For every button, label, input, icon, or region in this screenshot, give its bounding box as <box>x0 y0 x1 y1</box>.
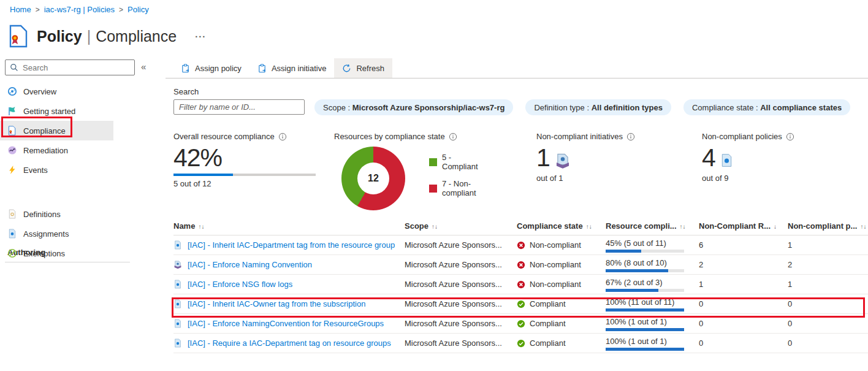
policy-icon <box>173 240 182 250</box>
sidebar-item-exemptions[interactable]: Exemptions <box>0 243 113 263</box>
sidebar-search-input[interactable] <box>23 63 130 72</box>
filter-pill-definition-type[interactable]: Definition type : All definition types <box>525 99 671 115</box>
filter-pill-scope[interactable]: Scope : Microsoft Azure Sponsorship/iac-… <box>314 99 513 115</box>
resource-compliance-cell: 45% (5 out of 11) <box>606 237 699 253</box>
resource-compliance-cell: 100% (11 out of 11) <box>606 296 699 312</box>
assign-initiative-button[interactable]: Assign initiative <box>249 58 335 78</box>
pill-value: All definition types <box>592 103 663 112</box>
sidebar-item-label: Remediation <box>23 146 68 155</box>
remediation-icon <box>7 145 17 155</box>
breadcrumb-link[interactable]: Policy <box>128 5 149 14</box>
table-row[interactable]: [IAC] - Inherit IAC-Owner tag from the s… <box>173 294 868 314</box>
resource-compliance-bar <box>606 308 684 312</box>
legend-swatch <box>429 158 437 166</box>
table-row[interactable]: [IAC] - Inherit IAC-Department tag from … <box>173 235 868 255</box>
noncompliant-resources-cell: 0 <box>699 299 788 308</box>
noncompliant-resources-cell: 0 <box>699 319 788 328</box>
compliant-icon <box>517 339 525 348</box>
stat-overall-compliance: Overall resource compliance 42% 5 out of… <box>173 132 316 188</box>
policy-name-link[interactable]: [IAC] - Enforce NamingConvention for Res… <box>188 319 384 328</box>
breadcrumb-link[interactable]: Home <box>10 5 31 14</box>
exemptions-icon <box>7 248 17 258</box>
definitions-icon <box>7 209 17 219</box>
name-cell: [IAC] - Enforce NamingConvention for Res… <box>173 319 405 328</box>
sidebar-item-events[interactable]: Events <box>0 160 113 180</box>
resource-compliance-label: 100% (1 out of 1) <box>606 337 667 346</box>
sidebar-item-remediation[interactable]: Remediation <box>0 140 113 160</box>
info-icon[interactable] <box>786 132 794 141</box>
filter-search-input[interactable] <box>173 99 305 115</box>
noncompliant-policies-value: 4 <box>702 145 715 170</box>
table-row[interactable]: [IAC] - Enforce NSG flow logsMicrosoft A… <box>173 275 868 294</box>
sidebar-item-overview[interactable]: Overview <box>0 82 113 101</box>
info-icon[interactable] <box>626 132 635 141</box>
column-label: Resource compli... <box>606 221 677 231</box>
info-icon[interactable] <box>278 132 287 141</box>
filter-pill-compliance-state[interactable]: Compliance state : All compliance states <box>683 99 850 115</box>
column-header-non-compliant-r-[interactable]: Non-Compliant R...↓ <box>699 221 788 231</box>
clipboard-icon <box>181 64 190 73</box>
sidebar-item-compliance[interactable]: Compliance <box>0 121 113 140</box>
filter-search-label: Search <box>173 87 199 96</box>
sort-icon: ↑↓ <box>586 223 592 230</box>
policy-icon <box>173 299 182 308</box>
resource-compliance-bar <box>606 328 684 331</box>
overview-icon <box>7 86 17 96</box>
compliance-state-cell: Compliant <box>517 299 606 308</box>
stat-noncompliant-policies: Non-compliant policies 4 out of 9 <box>702 132 794 183</box>
sidebar-collapse-icon[interactable]: « <box>141 61 146 72</box>
column-header-resource-compli-[interactable]: Resource compli...↑↓ <box>606 221 699 231</box>
info-icon[interactable] <box>449 132 457 141</box>
table-row[interactable]: [IAC] - Enforce Naming ConventionMicroso… <box>173 255 868 275</box>
overall-compliance-value: 42% <box>173 145 316 170</box>
breadcrumb-link[interactable]: iac-ws7-rg | Policies <box>44 5 115 14</box>
column-header-scope[interactable]: Scope↑↓ <box>405 221 517 231</box>
sidebar-item-label: Compliance <box>23 126 66 136</box>
policy-icon <box>173 280 182 289</box>
assignments-icon <box>7 229 17 239</box>
assign-policy-button[interactable]: Assign policy <box>173 58 249 78</box>
sidebar-item-assignments[interactable]: Assignments <box>0 224 113 243</box>
policy-name-link[interactable]: [IAC] - Inherit IAC-Owner tag from the s… <box>188 299 365 308</box>
noncompliant-resources-cell: 2 <box>699 260 788 269</box>
refresh-icon <box>342 64 351 73</box>
events-icon <box>7 165 17 175</box>
sidebar-item-getting-started[interactable]: Getting started <box>0 101 113 121</box>
table-row[interactable]: [IAC] - Enforce NamingConvention for Res… <box>173 314 868 334</box>
compliance-state-cell: Non-compliant <box>517 260 606 269</box>
noncompliant-policies-sub: out of 9 <box>702 174 794 183</box>
pill-label: Compliance state : <box>692 103 760 112</box>
table-row[interactable]: [IAC] - Require a IAC-Department tag on … <box>173 334 868 353</box>
breadcrumb: Home>iac-ws7-rg | Policies>Policy <box>10 5 149 14</box>
resource-compliance-cell: 67% (2 out of 3) <box>606 277 699 292</box>
sort-icon: ↑↓ <box>680 223 686 230</box>
policy-name-link[interactable]: [IAC] - Inherit IAC-Department tag from … <box>188 240 395 250</box>
name-cell: [IAC] - Inherit IAC-Owner tag from the s… <box>173 299 405 308</box>
policy-name-link[interactable]: [IAC] - Enforce Naming Convention <box>188 260 312 269</box>
policy-name-link[interactable]: [IAC] - Enforce NSG flow logs <box>188 280 292 289</box>
noncompliant-policies-cell: 2 <box>788 260 868 269</box>
stat-resources-by-state: Resources by compliance state 12 5 - Com… <box>334 132 457 210</box>
compliance-state-cell: Compliant <box>517 338 606 348</box>
more-menu-icon[interactable]: ··· <box>195 31 206 42</box>
sidebar-search[interactable] <box>5 59 135 75</box>
state-label: Compliant <box>530 299 566 308</box>
sort-icon: ↑↓ <box>432 223 438 230</box>
pill-value: Microsoft Azure Sponsorship/iac-ws7-rg <box>352 103 505 112</box>
column-header-non-compliant-p-[interactable]: Non-compliant p...↑↓ <box>788 221 868 231</box>
sidebar-item-label: Events <box>23 166 48 175</box>
refresh-button[interactable]: Refresh <box>334 58 392 78</box>
column-label: Compliance state <box>517 221 583 231</box>
noncompliant-resources-cell: 6 <box>699 240 788 250</box>
state-label: Non-compliant <box>530 240 581 250</box>
column-header-compliance-state[interactable]: Compliance state↑↓ <box>517 221 606 231</box>
resource-compliance-label: 67% (2 out of 3) <box>606 278 663 287</box>
pill-label: Definition type : <box>534 103 591 112</box>
donut-legend: 5 - Compliant7 - Non-compliant <box>429 153 478 197</box>
compliance-state-cell: Non-compliant <box>517 240 606 250</box>
state-label: Compliant <box>530 338 566 348</box>
policy-name-link[interactable]: [IAC] - Require a IAC-Department tag on … <box>188 338 391 348</box>
column-header-name[interactable]: Name↑↓ <box>173 221 405 231</box>
overall-compliance-sub: 5 out of 12 <box>173 179 316 188</box>
sidebar-item-definitions[interactable]: Definitions <box>0 204 113 224</box>
